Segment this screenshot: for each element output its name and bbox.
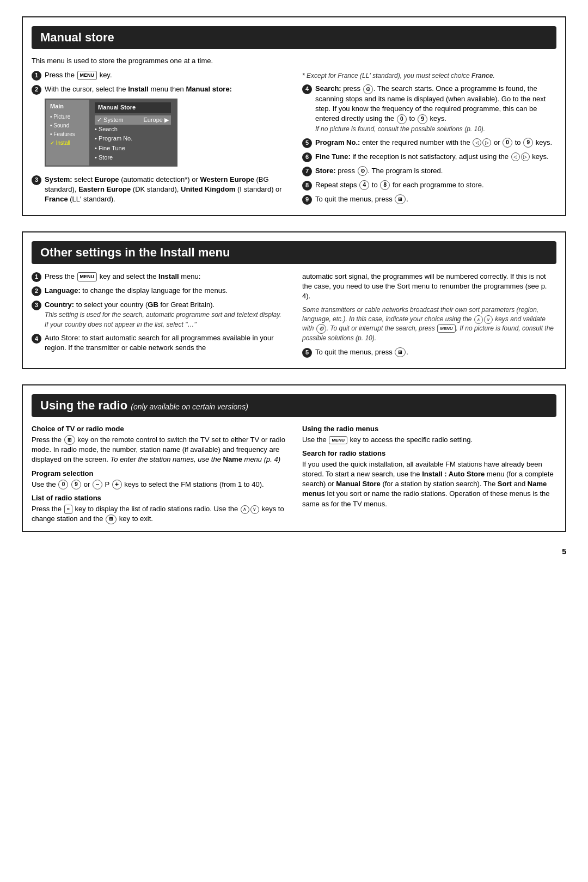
step-2: 2 With the cursor, select the Install me…: [32, 84, 286, 171]
menu-mockup: Main • Picture • Sound • Features ✓ Inst…: [45, 99, 177, 166]
key-0-5: 0: [503, 138, 512, 148]
os-step-5-num: 5: [302, 348, 312, 358]
asterisk-note: * Except for France (LL′ standard), you …: [302, 72, 556, 79]
step-4-content: Search: press ⊙. The search starts. Once…: [315, 84, 556, 134]
program-selection-title: Program selection: [32, 469, 286, 477]
os-step-2: 2 Language: to change the display langua…: [32, 286, 286, 296]
right-key-6: ▷: [521, 152, 530, 161]
up-key-os: ∧: [474, 315, 483, 324]
menu-right-search: • Search: [95, 125, 171, 134]
os-step-2-content: Language: to change the display language…: [45, 286, 286, 296]
menu-key-os2: MENU: [437, 324, 456, 333]
other-settings-content: 1 Press the MENU key and select the Inst…: [32, 272, 556, 362]
up-key-radio: ∧: [241, 505, 249, 514]
using-radio-left: Choice of TV or radio mode Press the ⊞ k…: [32, 425, 286, 524]
step-3: 3 System: select Europe (automatic detec…: [32, 175, 286, 205]
manual-store-header: Manual store: [32, 26, 556, 49]
os-step-3-content: Country: to select your country (GB for …: [45, 300, 286, 330]
step-6-content: Fine Tune: if the reception is not satis…: [315, 152, 556, 162]
down-key-os: ∨: [484, 315, 493, 324]
ok-key-4: ⊙: [363, 84, 373, 94]
os-step-4-num: 4: [32, 334, 41, 344]
menu-key-radio: MENU: [329, 436, 347, 444]
menu-item-install: ✓ Install: [50, 139, 85, 148]
menu-left-panel: Main • Picture • Sound • Features ✓ Inst…: [46, 100, 89, 165]
menu-left-title: Main: [50, 102, 85, 111]
step-5-content: Program No.: enter the required number w…: [315, 138, 556, 148]
page-number: 5: [22, 547, 566, 556]
other-settings-left-steps: 1 Press the MENU key and select the Inst…: [32, 272, 286, 353]
radio-list-text: Press the ≡ key to display the list of r…: [32, 504, 286, 524]
ref-4: 4: [359, 180, 369, 190]
menu-right-title-text: Manual Store: [98, 103, 136, 112]
manual-store-right: * Except for France (LL′ standard), you …: [302, 70, 556, 209]
os-step-3: 3 Country: to select your country (GB fo…: [32, 300, 286, 330]
step-3-num: 3: [32, 175, 41, 185]
down-key-radio: ∨: [250, 505, 259, 514]
using-radio-header: Using the radio (only available on certa…: [32, 394, 556, 417]
ok-key-7: ⊙: [358, 166, 367, 176]
manual-store-left-steps: 1 Press the MENU key. 2 With the cursor,…: [32, 70, 286, 204]
step-6: 6 Fine Tune: if the reception is not sat…: [302, 152, 556, 162]
step-8-num: 8: [302, 181, 312, 191]
other-settings-right-steps: 5 To quit the menus, press ⊞.: [302, 347, 556, 358]
using-radio-subtitle: (only available on certain versions): [131, 402, 248, 411]
step-1-content: Press the MENU key.: [45, 70, 286, 80]
step-7: 7 Store: press ⊙. The program is stored.: [302, 166, 556, 176]
exit-key-os: ⊞: [395, 347, 406, 357]
radio-tv-mode-text: Press the ⊞ key on the remote control to…: [32, 435, 286, 465]
os-continuation: automatic sort signal, the programmes wi…: [302, 272, 556, 302]
menu-right-program-no: • Program No.: [95, 134, 171, 143]
other-settings-left: 1 Press the MENU key and select the Inst…: [32, 272, 286, 362]
step-2-num: 2: [32, 85, 41, 95]
step-3-content: System: select Europe (automatic detecti…: [45, 175, 286, 205]
radio-list-title: List of radio stations: [32, 494, 286, 502]
os-italic-note: Some transmitters or cable networks broa…: [302, 305, 556, 342]
step-9: 9 To quit the menus, press ⊞.: [302, 194, 556, 205]
os-step-3-num: 3: [32, 301, 41, 310]
step-4-num: 4: [302, 84, 312, 94]
step-7-num: 7: [302, 167, 312, 176]
manual-store-left: 1 Press the MENU key. 2 With the cursor,…: [32, 70, 286, 209]
os-step-1-content: Press the MENU key and select the Instal…: [45, 272, 286, 281]
menu-item-features: • Features: [50, 130, 85, 139]
menu-right-fine-tune: • Fine Tune: [95, 144, 171, 153]
os-step-5-content: To quit the menus, press ⊞.: [315, 347, 556, 358]
other-settings-right: automatic sort signal, the programmes wi…: [302, 272, 556, 362]
os-step-4-content: Auto Store: to start automatic search fo…: [45, 333, 286, 353]
os-step-2-num: 2: [32, 286, 41, 296]
menu-right-system: ✓ System Europe ▶: [95, 115, 171, 125]
radio-search-title: Search for radio stations: [302, 449, 556, 457]
ok-key-os: ⊙: [316, 324, 326, 334]
menu-right-title: Manual Store: [95, 102, 171, 113]
system-label: ✓ System: [97, 116, 124, 124]
menu-item-sound: • Sound: [50, 121, 85, 130]
radio-menus-title: Using the radio menus: [302, 425, 556, 433]
other-settings-section: Other settings in the Install menu 1 Pre…: [22, 231, 566, 369]
key-0: 0: [397, 114, 407, 124]
key-0-radio: 0: [58, 480, 68, 489]
menu-right-store: • Store: [95, 153, 171, 162]
using-radio-section: Using the radio (only available on certa…: [22, 384, 566, 532]
step-8: 8 Repeat steps 4 to 8 for each programme…: [302, 180, 556, 191]
step-2-content: With the cursor, select the Install menu…: [45, 84, 286, 171]
right-key-5: ▷: [482, 138, 491, 147]
menu-item-picture: • Picture: [50, 113, 85, 121]
step-1: 1 Press the MENU key.: [32, 70, 286, 81]
ref-8: 8: [380, 180, 390, 190]
menu-key: MENU: [77, 71, 97, 80]
step-7-content: Store: press ⊙. The program is stored.: [315, 166, 556, 176]
minus-key: −: [93, 480, 102, 489]
exit-key-9: ⊞: [395, 194, 406, 204]
program-selection-text: Use the 0 9 or − P + keys to select the …: [32, 480, 286, 490]
system-value: Europe ▶: [143, 116, 169, 124]
radio-search-text: If you used the quick installation, all …: [302, 460, 556, 509]
using-radio-right: Using the radio menus Use the MENU key t…: [302, 425, 556, 524]
menu-key-os: MENU: [77, 272, 97, 281]
step-4: 4 Search: press ⊙. The search starts. On…: [302, 84, 556, 134]
left-key-6: ◁: [511, 152, 520, 161]
exit-key-radio2: ⊞: [106, 514, 117, 524]
os-step-5: 5 To quit the menus, press ⊞.: [302, 347, 556, 358]
plus-key: +: [112, 480, 122, 489]
using-radio-content: Choice of TV or radio mode Press the ⊞ k…: [32, 425, 556, 524]
